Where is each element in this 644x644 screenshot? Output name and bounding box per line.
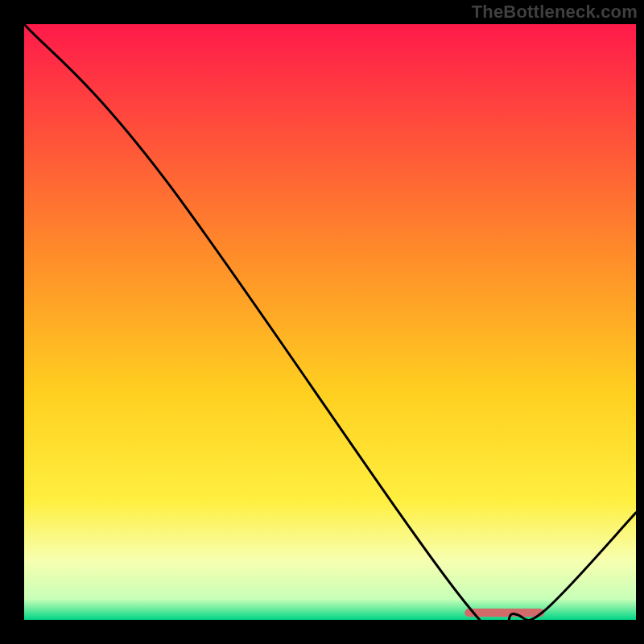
- plot-area: [24, 24, 636, 620]
- gradient-background: [24, 24, 636, 620]
- watermark-text: TheBottleneck.com: [472, 2, 638, 23]
- chart-frame: TheBottleneck.com: [0, 0, 644, 644]
- chart-svg: [24, 24, 636, 620]
